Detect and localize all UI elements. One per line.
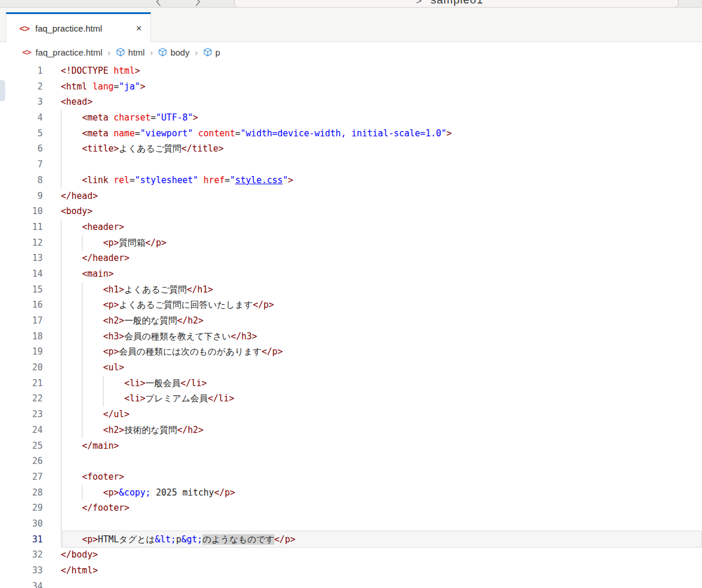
line-number[interactable]: 3 — [0, 94, 43, 110]
forward-button[interactable] — [191, 0, 203, 8]
code-text: <p>&copy; 2025 mitchy</p> — [61, 485, 235, 501]
line-number[interactable]: 2 — [0, 79, 43, 95]
code-line-18[interactable]: 18 <h3>会員の種類を教えて下さい</h3> — [0, 329, 702, 345]
line-number[interactable]: 13 — [0, 250, 43, 266]
indent-guide — [61, 516, 61, 532]
line-number[interactable]: 4 — [0, 110, 43, 126]
breadcrumb-item-html[interactable]: html — [116, 47, 144, 57]
line-number[interactable]: 28 — [0, 485, 43, 501]
line-number[interactable]: 21 — [0, 376, 43, 391]
line-number[interactable]: 34 — [0, 579, 43, 588]
code-line-19[interactable]: 19 <p>会員の種類には次のものがあります</p> — [0, 344, 702, 360]
code-line-6[interactable]: 6 <title>よくあるご質問</title> — [0, 141, 702, 157]
code-line-33[interactable]: 33</html> — [0, 563, 702, 579]
code-line-7[interactable]: 7 — [0, 157, 702, 173]
html-file-icon: <> — [22, 47, 31, 57]
tab-faq-practice-html[interactable]: <> faq_practice.html ✕ — [6, 12, 151, 42]
code-text: <!DOCTYPE html> — [61, 63, 140, 79]
code-line-27[interactable]: 27 <footer> — [0, 469, 702, 485]
code-text: </footer> — [61, 500, 129, 516]
vscode-window: > sample01 <> faq_practice.html ✕ <>faq_… — [0, 0, 702, 588]
code-line-25[interactable]: 25 </main> — [0, 438, 702, 454]
code-text: <h3>会員の種類を教えて下さい</h3> — [61, 329, 257, 345]
code-text: <ul> — [61, 360, 124, 376]
code-line-24[interactable]: 24 <h2>技術的な質問</h2> — [0, 422, 702, 438]
code-lines: 1<!DOCTYPE html>2<html lang="ja">3<head>… — [0, 63, 702, 588]
code-line-21[interactable]: 21 <li>一般会員</li> — [0, 376, 702, 391]
line-number[interactable]: 20 — [0, 360, 43, 376]
code-line-13[interactable]: 13 </header> — [0, 250, 702, 266]
line-number[interactable]: 33 — [0, 563, 43, 579]
code-text: <h2>技術的な質問</h2> — [61, 422, 204, 438]
line-number[interactable]: 19 — [0, 344, 43, 360]
line-number[interactable]: 15 — [0, 282, 43, 298]
breadcrumb-item-p[interactable]: p — [203, 47, 220, 57]
code-line-5[interactable]: 5 <meta name="viewport" content="width=d… — [0, 126, 702, 142]
line-number[interactable]: 29 — [0, 500, 43, 516]
code-line-16[interactable]: 16 <p>よくあるご質問に回答いたします</p> — [0, 297, 702, 313]
line-number[interactable]: 14 — [0, 266, 43, 282]
line-number[interactable]: 6 — [0, 141, 43, 157]
code-line-12[interactable]: 12 <p>質問箱</p> — [0, 235, 702, 251]
code-line-1[interactable]: 1<!DOCTYPE html> — [0, 63, 702, 79]
line-number[interactable]: 1 — [0, 63, 43, 79]
line-number[interactable]: 10 — [0, 204, 43, 219]
code-line-11[interactable]: 11 <header> — [0, 219, 702, 235]
code-line-22[interactable]: 22 <li>プレミアム会員</li> — [0, 391, 702, 407]
tab-close-button[interactable]: ✕ — [136, 24, 142, 33]
code-text: <li>プレミアム会員</li> — [61, 391, 234, 407]
breadcrumb-separator-icon: > — [416, 0, 422, 7]
code-text: <meta charset="UTF-8"> — [61, 110, 198, 126]
line-number[interactable]: 9 — [0, 188, 43, 204]
code-text: <p>よくあるご質問に回答いたします</p> — [61, 297, 274, 313]
line-number[interactable]: 16 — [0, 297, 43, 313]
code-editor[interactable]: 1<!DOCTYPE html>2<html lang="ja">3<head>… — [0, 62, 702, 588]
line-number[interactable]: 12 — [0, 235, 43, 251]
line-number[interactable]: 24 — [0, 422, 43, 438]
code-line-26[interactable]: 26 — [0, 453, 702, 469]
indent-guide — [61, 453, 61, 469]
line-number[interactable]: 17 — [0, 313, 43, 329]
code-line-4[interactable]: 4 <meta charset="UTF-8"> — [0, 110, 702, 126]
code-line-20[interactable]: 20 <ul> — [0, 360, 702, 376]
code-line-9[interactable]: 9</head> — [0, 188, 702, 204]
line-number[interactable]: 18 — [0, 329, 43, 345]
code-line-8[interactable]: 8 <link rel="stylesheet" href="style.css… — [0, 173, 702, 188]
chevron-right-icon: › — [108, 47, 111, 57]
code-line-3[interactable]: 3<head> — [0, 94, 702, 110]
line-number[interactable]: 26 — [0, 453, 43, 469]
breadcrumb-item-body[interactable]: body — [158, 47, 190, 57]
line-number[interactable]: 31 — [0, 532, 43, 548]
command-center[interactable]: > sample01 — [234, 0, 679, 8]
code-text: <title>よくあるご質問</title> — [61, 141, 223, 157]
code-line-17[interactable]: 17 <h2>一般的な質問</h2> — [0, 313, 702, 329]
code-text: </html> — [61, 563, 98, 579]
line-number[interactable]: 25 — [0, 438, 43, 454]
line-number[interactable]: 7 — [0, 157, 43, 173]
back-button[interactable] — [153, 0, 165, 8]
line-number[interactable]: 11 — [0, 219, 43, 235]
code-line-28[interactable]: 28 <p>&copy; 2025 mitchy</p> — [0, 485, 702, 501]
code-line-23[interactable]: 23 </ul> — [0, 407, 702, 422]
code-line-31[interactable]: 31 <p>HTMLタグとは&lt;p&gt;のようなものです</p> — [0, 532, 702, 548]
line-number[interactable]: 22 — [0, 391, 43, 407]
code-line-32[interactable]: 32</body> — [0, 547, 702, 563]
left-scrollbar-thumb[interactable] — [0, 80, 5, 101]
line-number[interactable]: 23 — [0, 407, 43, 422]
breadcrumb-item-faq-practice-html[interactable]: <>faq_practice.html — [22, 47, 102, 57]
code-line-14[interactable]: 14 <main> — [0, 266, 702, 282]
chevron-right-icon: › — [195, 47, 198, 57]
code-line-30[interactable]: 30 — [0, 516, 702, 532]
code-line-15[interactable]: 15 <h1>よくあるご質問</h1> — [0, 282, 702, 298]
line-number[interactable]: 30 — [0, 516, 43, 532]
code-line-29[interactable]: 29 </footer> — [0, 500, 702, 516]
line-number[interactable]: 27 — [0, 469, 43, 485]
code-text: <header> — [61, 219, 124, 235]
line-number[interactable]: 5 — [0, 126, 43, 142]
line-number[interactable]: 32 — [0, 547, 43, 563]
element-cube-icon — [116, 47, 125, 57]
line-number[interactable]: 8 — [0, 173, 43, 188]
code-line-34[interactable]: 34 — [0, 579, 702, 588]
code-line-10[interactable]: 10<body> — [0, 204, 702, 219]
code-line-2[interactable]: 2<html lang="ja"> — [0, 79, 702, 95]
